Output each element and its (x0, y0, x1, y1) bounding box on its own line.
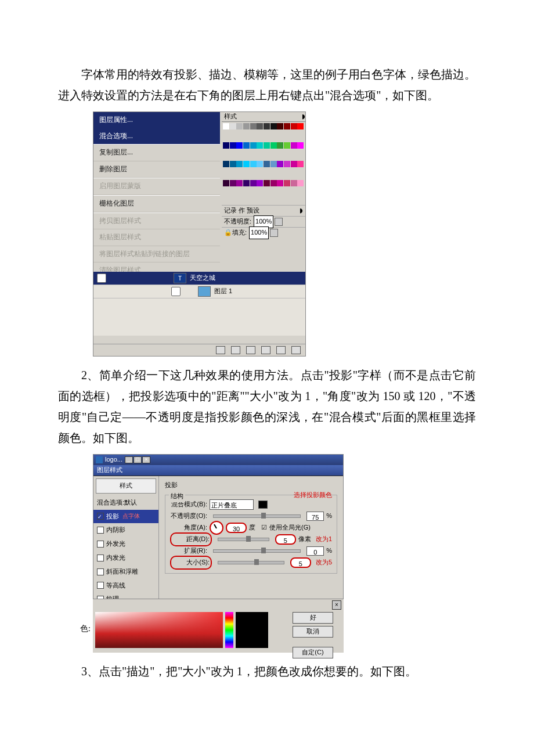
visibility-icon[interactable] (97, 273, 106, 283)
annotation: 点字体 (122, 511, 140, 521)
visibility-icon[interactable] (171, 287, 181, 296)
color-preview (236, 612, 268, 648)
fx-icon[interactable] (216, 346, 225, 354)
color-field[interactable] (95, 612, 223, 648)
app-icon (96, 456, 103, 463)
global-light-checkbox[interactable]: ☑ (261, 522, 267, 534)
layer-name[interactable]: 天空之城 (190, 272, 215, 284)
degree-unit: 度 (249, 522, 255, 534)
fill-flyout-icon[interactable] (270, 229, 278, 237)
annotation-color: 选择投影颜色 (294, 489, 332, 501)
spread-label: 扩展(R): (170, 545, 207, 557)
checkbox-icon[interactable] (97, 513, 104, 520)
ctx-paste-style: 粘贴图层样式 (93, 229, 220, 246)
lock-icon[interactable]: 🔒 (224, 227, 232, 239)
close-icon[interactable]: × (142, 456, 150, 463)
opacity-value[interactable]: 75 (306, 512, 324, 521)
panel-menu-icon[interactable]: ◗ (300, 205, 303, 217)
maximize-icon[interactable]: □ (134, 456, 142, 463)
px-unit: 像素 (298, 534, 311, 545)
distance-label: 距离(D): (170, 532, 212, 546)
hue-slider[interactable] (225, 612, 233, 648)
layers-toolbar (93, 344, 305, 356)
angle-dial[interactable] (210, 521, 223, 535)
style-drop-shadow[interactable]: 投影 点字体 (93, 510, 158, 524)
layer-row-1[interactable]: 图层 1 (93, 285, 305, 298)
ctx-paste-linked: 将图层样式粘贴到链接的图层 (93, 246, 220, 263)
ctx-delete-layer[interactable]: 删除图层 (93, 161, 220, 178)
ctx-blending-options[interactable]: 混合选项... (93, 128, 220, 145)
percent-unit: % (326, 510, 332, 522)
ctx-duplicate-layer[interactable]: 复制图层... (93, 144, 220, 161)
structure-group: 结构 选择投影颜色 混合模式(B): 正片叠底 不透明度(O): 75 % (165, 495, 337, 574)
color-picker: × 好 取消 自定(C) (93, 599, 344, 653)
custom-button[interactable]: 自定(C) (293, 647, 333, 658)
annotation-change5: 改为5 (316, 557, 332, 568)
figure-layer-style-dialog: logo... _ □ × 图层样式 样式 混合选项:默认 投影 点字体 (93, 454, 344, 653)
styles-panel: 样式 ◗ (222, 112, 305, 200)
size-label: 大小(S): (170, 556, 212, 570)
new-layer-icon[interactable] (276, 346, 286, 354)
styles-tab-label[interactable]: 样式 (224, 111, 237, 123)
style-inner-glow[interactable]: 内发光 (93, 551, 158, 565)
group-label: 结构 (169, 491, 185, 502)
paragraph-2: 2、简单介绍一下这几种效果的使用方法。点击"投影"字样（而不是点击它前面的选框）… (58, 365, 476, 448)
size-slider[interactable] (218, 561, 284, 564)
paragraph-3: 3、点击"描边"，把"大小"改为 1，把颜色改成你想要的。如下图。 (58, 661, 476, 682)
size-value[interactable]: 5 (290, 557, 311, 568)
layer-thumb (198, 286, 211, 297)
blend-mode-select[interactable]: 正片叠底 (210, 499, 254, 510)
color-swatch[interactable] (258, 501, 268, 509)
folder-icon[interactable] (246, 346, 255, 354)
minimize-icon[interactable]: _ (125, 456, 133, 463)
swatch-grid[interactable] (222, 122, 305, 200)
ctx-rasterize[interactable]: 栅格化图层 (93, 195, 220, 213)
close-icon[interactable]: × (332, 600, 341, 610)
cancel-button[interactable]: 取消 (293, 626, 333, 638)
fill-label: 填充: (232, 227, 247, 239)
opacity-slider[interactable] (213, 514, 301, 518)
layer-name[interactable]: 图层 1 (214, 286, 232, 297)
context-menu: 图层属性... 混合选项... 复制图层... 删除图层 启用图层蒙版 栅格化图… (93, 112, 220, 279)
fill-value[interactable]: 100% (249, 226, 269, 239)
ctx-layer-props[interactable]: 图层属性... (93, 112, 220, 128)
style-outer-glow[interactable]: 外发光 (93, 537, 158, 551)
style-inner-shadow[interactable]: 内阴影 (93, 523, 158, 537)
opacity-label: 不透明度(O): (170, 510, 207, 522)
styles-list: 样式 混合选项:默认 投影 点字体 内阴影 外发光 内发光 斜面和浮雕 等高线 … (93, 476, 159, 610)
spread-value[interactable]: 0 (306, 546, 324, 556)
window-titlebar: logo... _ □ × (93, 455, 343, 465)
annotation-change1: 改为1 (316, 534, 332, 545)
opacity-label: 不透明度: (224, 216, 251, 228)
style-bevel[interactable]: 斜面和浮雕 (93, 565, 158, 579)
text-layer-thumb: T (174, 273, 186, 283)
spread-slider[interactable] (213, 549, 301, 553)
angle-label: 角度(A): (170, 522, 207, 534)
ctx-copy-style: 拷贝图层样式 (93, 213, 220, 230)
style-default[interactable]: 混合选项:默认 (93, 496, 158, 510)
layer-row-text[interactable]: T 天空之城 (93, 272, 305, 285)
panel-menu-icon[interactable]: ◗ (302, 111, 305, 123)
angle-value[interactable]: 30 (226, 523, 247, 533)
layers-list: T 天空之城 图层 1 (93, 272, 305, 336)
layers-panel-header: 记录 作 预设 ◗ 不透明度: 100% 🔒 填充: 100% (222, 205, 305, 238)
style-contour[interactable]: 等高线 (93, 579, 158, 593)
trash-icon[interactable] (291, 346, 301, 354)
dialog-title: 图层样式 (93, 465, 343, 476)
distance-value[interactable]: 5 (275, 534, 296, 545)
layers-tabs[interactable]: 记录 作 预设 (224, 205, 259, 217)
window-title: logo... (105, 454, 122, 466)
adjustment-icon[interactable] (261, 346, 270, 354)
ok-button[interactable]: 好 (293, 612, 333, 624)
color-label: 色: (80, 621, 91, 636)
opacity-flyout-icon[interactable] (275, 218, 283, 226)
distance-slider[interactable] (218, 538, 269, 541)
ctx-enable-mask: 启用图层蒙版 (93, 178, 220, 195)
percent-unit: % (326, 545, 332, 557)
paragraph-1: 字体常用的特效有投影、描边、模糊等，这里的例子用白色字体，绿色描边。进入特效设置… (58, 64, 476, 106)
figure-context-menu: 图层属性... 混合选项... 复制图层... 删除图层 启用图层蒙版 栅格化图… (93, 111, 306, 357)
mask-icon[interactable] (231, 346, 240, 354)
styles-list-head[interactable]: 样式 (96, 478, 156, 494)
global-light-label: 使用全局光(G) (269, 522, 311, 534)
